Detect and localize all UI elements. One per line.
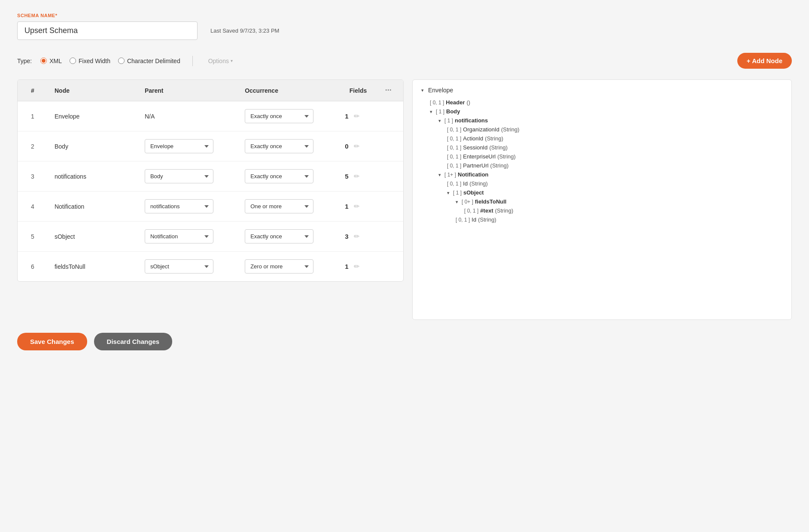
col-parent: Parent (138, 80, 238, 101)
col-fields: Fields (338, 80, 378, 101)
row-fields: 3✏ (338, 222, 378, 252)
edit-fields-icon[interactable]: ✏ (352, 231, 361, 242)
row-occurrence[interactable]: Exactly onceOne or moreZero or moreZero … (238, 161, 338, 192)
tree-bracket: [ 0, 1 ] (447, 163, 461, 169)
row-actions (378, 131, 403, 161)
tree-item: [ 0, 1 ] ActionId (String) (421, 134, 783, 143)
tree-item-type: (String) (490, 162, 509, 169)
row-parent: N/A (138, 101, 238, 131)
tree-chevron-icon[interactable]: ▾ (456, 199, 458, 205)
occurrence-select[interactable]: Exactly onceOne or moreZero or moreZero … (245, 259, 313, 274)
type-radio-group: XML Fixed Width Character Delimited (40, 58, 180, 64)
parent-select[interactable]: Envelope (145, 139, 213, 153)
occurrence-select[interactable]: Exactly onceOne or moreZero or moreZero … (245, 199, 313, 213)
type-char-delimited-option[interactable]: Character Delimited (118, 58, 180, 64)
type-fixed-width-radio[interactable] (70, 58, 76, 64)
tree-item-name: notifications (455, 117, 488, 124)
col-occurrence: Occurrence (238, 80, 338, 101)
tree-item-name: #text (480, 207, 493, 214)
edit-fields-icon[interactable]: ✏ (352, 110, 361, 122)
table-row: 3notificationsBodyExactly onceOne or mor… (18, 161, 403, 192)
bottom-buttons: Save Changes Discard Changes (17, 333, 792, 350)
tree-chevron-icon[interactable]: ▾ (438, 172, 441, 178)
tree-chevron-icon[interactable]: ▾ (447, 190, 450, 196)
add-node-button[interactable]: + Add Node (737, 53, 792, 69)
tree-root-chevron[interactable]: ▾ (421, 88, 424, 93)
row-node: Body (48, 131, 138, 161)
tree-item-name: Id (471, 216, 476, 223)
row-parent[interactable]: sObject (138, 252, 238, 282)
occurrence-select[interactable]: Exactly onceOne or moreZero or moreZero … (245, 229, 313, 243)
tree-item: [ 0, 1 ] EnterpriseUrl (String) (421, 152, 783, 161)
tree-bracket: [ 0, 1 ] (447, 154, 461, 160)
options-button[interactable]: Options ▾ (205, 56, 236, 66)
tree-chevron-icon[interactable]: ▾ (438, 118, 441, 124)
table-row: 6fieldsToNullsObjectExactly onceOne or m… (18, 252, 403, 282)
row-occurrence[interactable]: Exactly onceOne or moreZero or moreZero … (238, 192, 338, 222)
edit-fields-icon[interactable]: ✏ (352, 170, 361, 182)
tree-item-type: (String) (501, 126, 520, 133)
row-occurrence[interactable]: Exactly onceOne or moreZero or moreZero … (238, 252, 338, 282)
row-node: sObject (48, 222, 138, 252)
tree-item: [ 0, 1 ] SessionId (String) (421, 143, 783, 152)
tree-item-name: Id (463, 180, 468, 187)
row-node: Notification (48, 192, 138, 222)
parent-select[interactable]: Body (145, 169, 213, 183)
tree-item-name: Notification (458, 171, 489, 178)
tree-item: [ 0, 1 ] Header () (421, 98, 783, 107)
row-parent[interactable]: Notification (138, 222, 238, 252)
tree-item-name: ActionId (463, 135, 483, 142)
row-node: fieldsToNull (48, 252, 138, 282)
table-row: 4NotificationnotificationsExactly onceOn… (18, 192, 403, 222)
tree-item: ▾[ 1 ] notifications (421, 116, 783, 125)
occurrence-select[interactable]: Exactly onceOne or moreZero or moreZero … (245, 109, 313, 123)
tree-item-name: EnterpriseUrl (463, 153, 496, 160)
row-parent[interactable]: Envelope (138, 131, 238, 161)
schema-name-input[interactable] (17, 21, 198, 40)
tree-item-name: OrganizationId (463, 126, 499, 133)
type-xml-option[interactable]: XML (40, 58, 62, 64)
tree-bracket: [ 1 ] (444, 118, 453, 124)
parent-select[interactable]: sObject (145, 259, 213, 274)
row-fields: 0✏ (338, 131, 378, 161)
row-parent[interactable]: notifications (138, 192, 238, 222)
tree-item-name: fieldsToNull (475, 198, 506, 205)
row-parent[interactable]: Body (138, 161, 238, 192)
occurrence-select[interactable]: Exactly onceOne or moreZero or moreZero … (245, 139, 313, 153)
row-actions (378, 252, 403, 282)
tree-item-name: PartnerUrl (463, 162, 488, 169)
tree-bracket: [ 0, 1 ] (447, 181, 461, 187)
tree-item-type: (String) (478, 216, 496, 223)
row-occurrence[interactable]: Exactly onceOne or moreZero or moreZero … (238, 222, 338, 252)
row-actions (378, 161, 403, 192)
edit-fields-icon[interactable]: ✏ (352, 201, 361, 212)
tree-bracket: [ 0+ ] (462, 199, 473, 205)
tree-bracket: [ 0, 1 ] (447, 127, 461, 133)
occurrence-select[interactable]: Exactly onceOne or moreZero or moreZero … (245, 169, 313, 183)
row-num: 4 (18, 192, 48, 222)
type-char-delimited-radio[interactable] (118, 58, 125, 64)
parent-select[interactable]: notifications (145, 199, 213, 213)
table-row: 5sObjectNotificationExactly onceOne or m… (18, 222, 403, 252)
last-saved-text: Last Saved 9/7/23, 3:23 PM (210, 27, 279, 34)
edit-fields-icon[interactable]: ✏ (352, 140, 361, 152)
type-fixed-width-option[interactable]: Fixed Width (70, 58, 110, 64)
edit-fields-icon[interactable]: ✏ (352, 261, 361, 272)
parent-select[interactable]: Notification (145, 229, 213, 243)
row-num: 1 (18, 101, 48, 131)
discard-changes-button[interactable]: Discard Changes (94, 333, 173, 350)
schema-name-label: SCHEMA NAME* (17, 13, 792, 18)
tree-bracket: [ 0, 1 ] (447, 145, 461, 151)
tree-item-type: (String) (485, 135, 503, 142)
row-fields: 1✏ (338, 192, 378, 222)
row-occurrence[interactable]: Exactly onceOne or moreZero or moreZero … (238, 131, 338, 161)
tree-bracket: [ 0, 1 ] (430, 100, 444, 106)
tree-bracket: [ 1+ ] (444, 172, 456, 178)
save-changes-button[interactable]: Save Changes (17, 333, 87, 350)
col-more: ··· (378, 80, 403, 101)
row-actions (378, 192, 403, 222)
type-xml-radio[interactable] (40, 58, 47, 64)
tree-chevron-icon[interactable]: ▾ (430, 109, 432, 115)
type-label: Type: (17, 58, 32, 64)
row-occurrence[interactable]: Exactly onceOne or moreZero or moreZero … (238, 101, 338, 131)
